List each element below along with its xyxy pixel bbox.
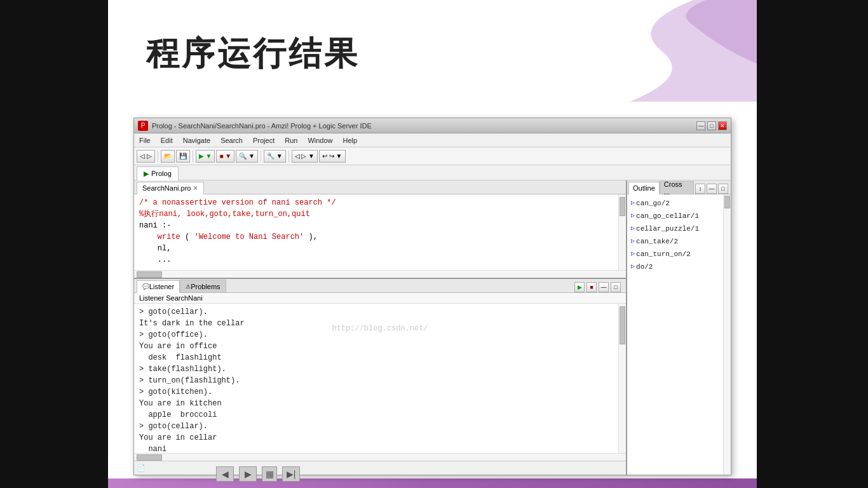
- listener-title: Listener SearchNani: [134, 293, 626, 304]
- menu-run[interactable]: Run: [282, 135, 300, 146]
- listener-scroll-thumb[interactable]: [137, 454, 162, 461]
- menu-file[interactable]: File: [137, 135, 153, 146]
- outline-item-label-5: can_turn_on/2: [636, 248, 691, 260]
- nav-overview-button[interactable]: ▦: [262, 466, 277, 482]
- toolbar-nav[interactable]: ◁ ▷ ▼: [292, 150, 318, 163]
- outline-item-3[interactable]: ▷ cellar_puzzle/1: [628, 222, 722, 235]
- menu-help[interactable]: Help: [341, 135, 360, 146]
- toolbar-sep3: [261, 151, 261, 162]
- outline-item-5[interactable]: ▷ can_turn_on/2: [628, 248, 722, 261]
- code-line-6: ...: [139, 254, 613, 266]
- toolbar-extra[interactable]: 🔧 ▼: [264, 150, 286, 163]
- outline-item-1[interactable]: ▷ can_go/2: [628, 197, 722, 210]
- listener-text: http://blog.csdn.net/ > goto(cellar). It…: [134, 304, 618, 453]
- nav-buttons: ◀ ▶ ▦ ▶|: [216, 466, 300, 482]
- code-line-1: /* a nonassertive version of nani search…: [139, 197, 613, 208]
- outline-minimize-btn[interactable]: —: [707, 184, 717, 194]
- ide-menubar: File Edit Navigate Search Project Run Wi…: [134, 133, 731, 147]
- cross-tab[interactable]: Cross ...: [660, 181, 694, 194]
- code-nl: nl,: [158, 244, 172, 253]
- listener-maximize-btn[interactable]: □: [611, 282, 621, 292]
- code-string: 'Welcome to Nani Search': [194, 233, 304, 241]
- close-button[interactable]: ✕: [718, 121, 727, 130]
- menu-edit[interactable]: Edit: [158, 135, 175, 146]
- toolbar-debug[interactable]: 🔍 ▼: [236, 150, 258, 163]
- code-editor[interactable]: /* a nonassertive version of nani search…: [134, 194, 626, 270]
- code-comment-2: %执行nani, look,goto,take,turn_on,quit: [139, 210, 310, 219]
- prolog-tab[interactable]: ▶ Prolog: [137, 166, 179, 180]
- nav-forward-button[interactable]: ▶: [239, 466, 257, 482]
- left-bar: [0, 0, 108, 488]
- editor-bottom-scrollbar[interactable]: [134, 270, 626, 278]
- ide-titlebar: P Prolog - SearchNani/SearchNani.pro - A…: [134, 118, 731, 133]
- toolbar-save[interactable]: 💾: [176, 150, 190, 163]
- ide-icon: P: [138, 121, 148, 131]
- menu-navigate[interactable]: Navigate: [180, 135, 213, 146]
- outline-sort-btn[interactable]: ↕: [695, 184, 705, 194]
- editor-tabs: SearchNani.pro ✕: [134, 180, 626, 194]
- toolbar-open[interactable]: 📂: [161, 150, 175, 163]
- listener-bottom-scrollbar[interactable]: [134, 453, 626, 461]
- outline-list: ▷ can_go/2 ▷ can_go_cellar/1 ▷ cellar_pu…: [627, 194, 723, 475]
- outline-toolbar-right: ↕ — □: [695, 184, 729, 194]
- toolbar-nav2[interactable]: ↩ ↪ ▼: [319, 150, 345, 163]
- listener-tab-label: Listener: [149, 283, 174, 290]
- editor-tab-close[interactable]: ✕: [193, 185, 198, 191]
- toolbar-stop[interactable]: ■ ▼: [216, 150, 234, 163]
- listener-minimize-btn[interactable]: —: [599, 282, 609, 292]
- code-write-close: ),: [308, 233, 317, 241]
- editor-tab-searchnani[interactable]: SearchNani.pro ✕: [137, 182, 204, 194]
- code-line-5: nl,: [139, 243, 613, 254]
- outline-scrollbar[interactable]: [723, 194, 731, 475]
- outline-item-icon-1: ▷: [631, 198, 635, 209]
- outline-item-label-6: do/2: [636, 261, 653, 273]
- nav-end-button[interactable]: ▶|: [282, 466, 300, 482]
- listener-tab[interactable]: 💬 Listener: [137, 280, 180, 293]
- right-bar: [757, 0, 868, 488]
- listener-tab-icon: 💬: [142, 283, 149, 290]
- listener-panel: 💬 Listener ⚠ Problems ▶ ■: [134, 278, 626, 475]
- minimize-button[interactable]: —: [696, 121, 705, 130]
- listener-run-btn[interactable]: ▶: [574, 282, 585, 292]
- code-scrollbar-thumb[interactable]: [620, 197, 625, 216]
- prolog-tab-bar: ▶ Prolog: [134, 165, 731, 180]
- toolbar-sep2: [193, 151, 193, 162]
- menu-window[interactable]: Window: [305, 135, 335, 146]
- outline-item-label-2: can_go_cellar/1: [636, 210, 699, 222]
- outline-scrollbar-thumb[interactable]: [724, 196, 730, 208]
- listener-scrollbar-thumb[interactable]: [620, 306, 625, 344]
- ide-titlebar-buttons: — □ ✕: [696, 121, 727, 130]
- outline-item-icon-3: ▷: [631, 223, 635, 234]
- menu-search[interactable]: Search: [218, 135, 245, 146]
- outline-item-icon-5: ▷: [631, 248, 635, 260]
- toolbar-run[interactable]: ▶ ▼: [196, 150, 215, 163]
- menu-project[interactable]: Project: [250, 135, 277, 146]
- cross-tab-label: Cross ...: [664, 180, 689, 196]
- problems-tab[interactable]: ⚠ Problems: [180, 280, 226, 292]
- code-scrollbar[interactable]: [618, 194, 626, 270]
- ide-outline-panel: Outline Cross ... ↕ — □: [626, 180, 731, 475]
- listener-line-5: desk flashlight: [139, 352, 613, 363]
- outline-item-6[interactable]: ▷ do/2: [628, 261, 722, 273]
- ide-main: SearchNani.pro ✕ /* a nonassertive versi…: [134, 180, 731, 475]
- listener-scrollbar[interactable]: [618, 304, 626, 453]
- toolbar-new[interactable]: ◁ ▷: [137, 150, 155, 163]
- listener-stop-btn[interactable]: ■: [587, 282, 597, 292]
- code-dots: ...: [158, 255, 172, 264]
- listener-line-3: > goto(office).: [139, 329, 613, 341]
- nav-back-button[interactable]: ◀: [216, 466, 234, 482]
- maximize-button[interactable]: □: [707, 121, 716, 130]
- outline-item-icon-6: ▷: [631, 261, 635, 273]
- slide-title: 程序运行结果: [146, 32, 360, 76]
- listener-tabs: 💬 Listener ⚠ Problems ▶ ■: [134, 279, 626, 293]
- outline-item-2[interactable]: ▷ can_go_cellar/1: [628, 210, 722, 222]
- listener-footer: 📄: [134, 461, 626, 475]
- outline-maximize-btn[interactable]: □: [718, 184, 728, 194]
- code-write: write: [158, 233, 180, 241]
- code-line-4: write ( 'Welcome to Nani Search' ),: [139, 231, 613, 243]
- listener-line-8: > goto(kitchen).: [139, 386, 613, 398]
- editor-scroll-thumb[interactable]: [137, 271, 162, 278]
- listener-content[interactable]: http://blog.csdn.net/ > goto(cellar). It…: [134, 304, 626, 453]
- outline-tab[interactable]: Outline: [628, 182, 660, 194]
- outline-item-4[interactable]: ▷ can_take/2: [628, 235, 722, 248]
